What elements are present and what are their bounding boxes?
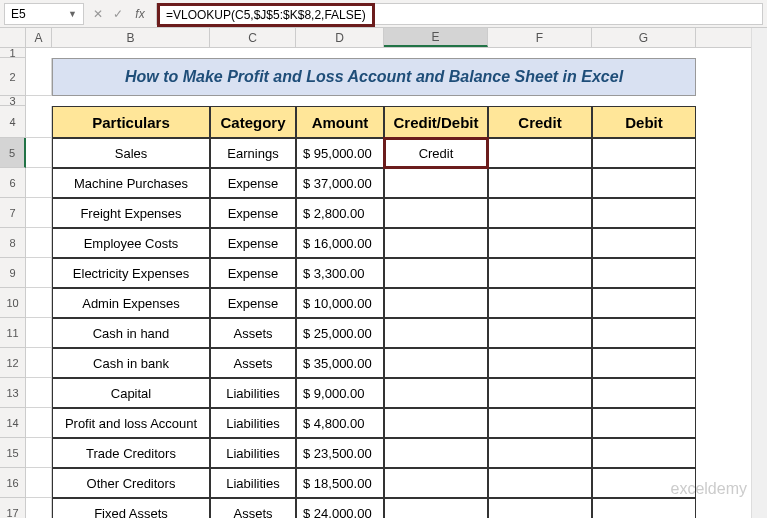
cell-debit[interactable] (592, 378, 696, 408)
cell-particulars[interactable]: Fixed Assets (52, 498, 210, 518)
cell-credit-debit[interactable] (384, 348, 488, 378)
cell-credit[interactable] (488, 198, 592, 228)
cell-category[interactable]: Assets (210, 318, 296, 348)
cell-amount[interactable]: $ 9,000.00 (296, 378, 384, 408)
cell-particulars[interactable]: Other Creditors (52, 468, 210, 498)
cell-amount[interactable]: $ 4,800.00 (296, 408, 384, 438)
cell-particulars[interactable]: Machine Purchases (52, 168, 210, 198)
cell[interactable] (26, 348, 52, 378)
row-header-17[interactable]: 17 (0, 498, 26, 518)
cell-category[interactable]: Assets (210, 498, 296, 518)
row-header-5[interactable]: 5 (0, 138, 26, 168)
header-particulars[interactable]: Particulars (52, 106, 210, 138)
header-debit[interactable]: Debit (592, 106, 696, 138)
cell-category[interactable]: Expense (210, 228, 296, 258)
col-header-g[interactable]: G (592, 28, 696, 47)
header-credit[interactable]: Credit (488, 106, 592, 138)
header-amount[interactable]: Amount (296, 106, 384, 138)
row-header-15[interactable]: 15 (0, 438, 26, 468)
cell[interactable] (26, 58, 52, 96)
cell-credit-debit[interactable] (384, 378, 488, 408)
header-credit-debit[interactable]: Credit/Debit (384, 106, 488, 138)
row-header-16[interactable]: 16 (0, 468, 26, 498)
cell-credit[interactable] (488, 258, 592, 288)
cell[interactable] (26, 318, 52, 348)
row-header-11[interactable]: 11 (0, 318, 26, 348)
row-header-10[interactable]: 10 (0, 288, 26, 318)
col-header-d[interactable]: D (296, 28, 384, 47)
cell[interactable] (26, 288, 52, 318)
cell[interactable] (26, 138, 52, 168)
row-header-8[interactable]: 8 (0, 228, 26, 258)
cell[interactable] (26, 106, 52, 138)
cell[interactable] (26, 408, 52, 438)
cell-debit[interactable] (592, 348, 696, 378)
cell-category[interactable]: Expense (210, 258, 296, 288)
vertical-scrollbar[interactable] (751, 28, 767, 518)
cell-debit[interactable] (592, 408, 696, 438)
cell-amount[interactable]: $ 37,000.00 (296, 168, 384, 198)
row-header-9[interactable]: 9 (0, 258, 26, 288)
cell[interactable] (26, 228, 52, 258)
cell-particulars[interactable]: Cash in hand (52, 318, 210, 348)
cell[interactable] (26, 258, 52, 288)
cell-credit[interactable] (488, 438, 592, 468)
row-header-12[interactable]: 12 (0, 348, 26, 378)
cell-amount[interactable]: $ 23,500.00 (296, 438, 384, 468)
cell-category[interactable]: Liabilities (210, 408, 296, 438)
cell-credit[interactable] (488, 228, 592, 258)
col-header-e[interactable]: E (384, 28, 488, 47)
select-all-corner[interactable] (0, 28, 26, 47)
row-header-7[interactable]: 7 (0, 198, 26, 228)
cell-particulars[interactable]: Employee Costs (52, 228, 210, 258)
header-category[interactable]: Category (210, 106, 296, 138)
cell-category[interactable]: Assets (210, 348, 296, 378)
fx-icon[interactable]: fx (132, 7, 148, 21)
name-box-dropdown-icon[interactable]: ▼ (68, 9, 77, 19)
cell-debit[interactable] (592, 168, 696, 198)
cell-debit[interactable] (592, 438, 696, 468)
cell-amount[interactable]: $ 25,000.00 (296, 318, 384, 348)
cell[interactable] (26, 468, 52, 498)
name-box[interactable]: E5 ▼ (4, 3, 84, 25)
cell-credit[interactable] (488, 168, 592, 198)
cell-amount[interactable]: $ 24,000.00 (296, 498, 384, 518)
cell-credit-debit[interactable] (384, 318, 488, 348)
cell-particulars[interactable]: Admin Expenses (52, 288, 210, 318)
cell-debit[interactable] (592, 318, 696, 348)
cell-particulars[interactable]: Freight Expenses (52, 198, 210, 228)
cell-amount[interactable]: $ 16,000.00 (296, 228, 384, 258)
row-header-6[interactable]: 6 (0, 168, 26, 198)
row-header-2[interactable]: 2 (0, 58, 26, 96)
cell-debit[interactable] (592, 288, 696, 318)
cell-category[interactable]: Liabilities (210, 378, 296, 408)
cell-category[interactable]: Earnings (210, 138, 296, 168)
row-header-13[interactable]: 13 (0, 378, 26, 408)
cell-particulars[interactable]: Capital (52, 378, 210, 408)
col-header-b[interactable]: B (52, 28, 210, 47)
cell-category[interactable]: Liabilities (210, 438, 296, 468)
cell-debit[interactable] (592, 198, 696, 228)
cell-credit-debit[interactable] (384, 498, 488, 518)
cell-credit-debit[interactable] (384, 408, 488, 438)
cell-credit-debit[interactable] (384, 258, 488, 288)
cell-credit[interactable] (488, 378, 592, 408)
cell-debit[interactable] (592, 468, 696, 498)
cell-category[interactable]: Liabilities (210, 468, 296, 498)
cell-debit[interactable] (592, 258, 696, 288)
cell-particulars[interactable]: Electricity Expenses (52, 258, 210, 288)
cell-credit-debit[interactable]: Credit (384, 138, 488, 168)
cell-debit[interactable] (592, 228, 696, 258)
cell[interactable] (26, 498, 52, 518)
cell-particulars[interactable]: Trade Creditors (52, 438, 210, 468)
cell-particulars[interactable]: Cash in bank (52, 348, 210, 378)
cell-credit-debit[interactable] (384, 168, 488, 198)
col-header-a[interactable]: A (26, 28, 52, 47)
cancel-icon[interactable]: ✕ (90, 7, 106, 21)
formula-bar[interactable]: =VLOOKUP(C5,$J$5:$K$8,2,FALSE) (156, 3, 763, 25)
title-cell[interactable]: How to Make Profit and Loss Account and … (52, 58, 696, 96)
cell[interactable] (26, 198, 52, 228)
row-header-3[interactable]: 3 (0, 96, 26, 106)
cell-amount[interactable]: $ 3,300.00 (296, 258, 384, 288)
cell-credit[interactable] (488, 348, 592, 378)
